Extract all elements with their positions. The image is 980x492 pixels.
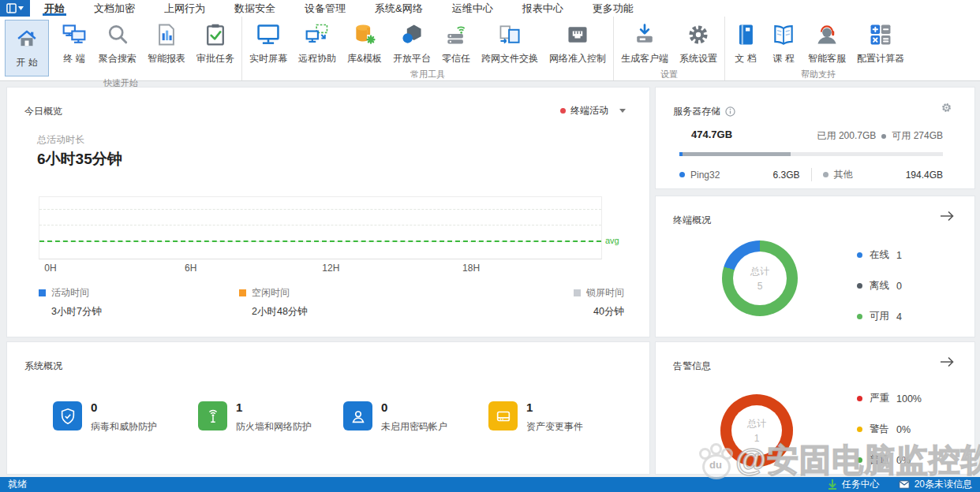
shield-check-icon [53, 401, 82, 430]
tab-system-network[interactable]: 系统&网络 [375, 0, 423, 17]
system-item-count: 0 [91, 401, 157, 413]
panel-title: 系统概况 [24, 360, 62, 373]
terminal-legend: 在线1 离线0 可用4 [857, 248, 967, 341]
legend-item-normal: 普通0% [857, 453, 967, 467]
file-exchange-icon [496, 21, 523, 48]
search-icon [104, 21, 131, 48]
app-window: 开始 文档加密 上网行为 数据安全 设备管理 系统&网络 运维中心 报表中心 更… [0, 0, 980, 492]
ribbon-button-smart-report[interactable]: 智能报表 [142, 19, 191, 68]
ribbon-tab-bar: 开始 文档加密 上网行为 数据安全 设备管理 系统&网络 运维中心 报表中心 更… [0, 0, 980, 17]
legend-dot [857, 457, 862, 463]
status-ready-text: 就绪 [8, 478, 27, 491]
ribbon-button-approval-task[interactable]: 审批任务 [191, 19, 240, 68]
app-menu-button[interactable] [0, 0, 30, 17]
tab-device-management[interactable]: 设备管理 [305, 0, 346, 17]
task-center-button[interactable]: 任务中心 [828, 478, 880, 491]
ribbon-button-library-template[interactable]: 库&模板 [342, 19, 387, 68]
open-platform-icon [398, 21, 425, 48]
system-item-label: 防火墙和网络防护 [236, 420, 312, 434]
account-icon [343, 401, 372, 430]
ribbon-button-label: 聚合搜索 [99, 52, 137, 65]
tab-ops-center[interactable]: 运维中心 [452, 0, 493, 17]
system-item-firewall[interactable]: 1防火墙和网络防护 [198, 401, 343, 434]
terminal-activity-dropdown[interactable]: 终端活动 [560, 104, 626, 117]
storage-total: 474.7GB [691, 129, 732, 140]
donut-center-label: 总计 [747, 417, 766, 430]
ribbon-tabs: 开始 文档加密 上网行为 数据安全 设备管理 系统&网络 运维中心 报表中心 更… [44, 0, 634, 17]
approval-task-icon [202, 21, 229, 48]
home-icon [13, 25, 40, 52]
ribbon-button-network-access[interactable]: 网络准入控制 [544, 19, 612, 68]
realtime-screen-icon [255, 21, 282, 48]
legend-item-warning: 警告0% [857, 423, 967, 436]
ribbon-button-generate-client[interactable]: 生成客户端 [615, 19, 674, 68]
system-item-virus-protection[interactable]: 0病毒和威胁防护 [53, 401, 198, 434]
legend-label: 空闲时间 [252, 286, 290, 300]
ribbon-button-smart-service[interactable]: 智能客服 [802, 19, 851, 68]
panel-system-overview: 系统概况 0病毒和威胁防护 1防火墙和网络防护 0未启用密码帐户 [6, 341, 650, 475]
blue-dot-icon [679, 172, 685, 177]
system-item-password-account[interactable]: 0未启用密码帐户 [343, 401, 488, 434]
system-item-label: 未启用密码帐户 [381, 420, 447, 434]
smart-service-icon [814, 21, 840, 48]
legend-item-active: 活动时间 3小时7分钟 [39, 286, 231, 319]
ribbon-button-course[interactable]: 课 程 [765, 19, 802, 68]
storage-item-ping32: Ping32 6.3GB [679, 168, 800, 181]
terminals-icon [61, 21, 88, 48]
panel-title: 今日概览 [24, 105, 62, 118]
donut-center-value: 5 [757, 281, 763, 292]
terminal-donut-chart: 总计 5 [722, 240, 798, 316]
ribbon-button-zero-trust[interactable]: 零信任 [436, 19, 476, 68]
system-item-asset-change[interactable]: 1资产变更事件 [488, 401, 634, 434]
arrow-right-icon[interactable] [940, 211, 954, 225]
gray-dot-icon [823, 172, 829, 177]
ribbon-group-quick-start: 开 始 终 端 聚合搜索 [0, 17, 242, 80]
tab-web-behavior[interactable]: 上网行为 [164, 0, 205, 17]
app-logo-icon [6, 3, 17, 13]
ribbon-button-terminals[interactable]: 终 端 [55, 19, 93, 68]
config-calculator-icon [867, 21, 894, 48]
storage-settings-gear-icon[interactable] [941, 102, 952, 117]
tab-report-center[interactable]: 报表中心 [522, 0, 563, 17]
storage-item-name: 其他 [834, 168, 853, 181]
ribbon-button-aggregate-search[interactable]: 聚合搜索 [93, 19, 142, 68]
arrow-right-icon[interactable] [940, 356, 954, 371]
ribbon-button-realtime-screen[interactable]: 实时屏幕 [244, 19, 293, 68]
chart-legend: 活动时间 3小时7分钟 空闲时间 2小时48分钟 锁屏时间 40分钟 [39, 286, 626, 319]
network-access-icon [564, 21, 591, 48]
ribbon-button-config-calculator[interactable]: 配置计算器 [851, 19, 910, 68]
storage-item-name: Ping32 [690, 170, 720, 181]
system-item-count: 0 [381, 401, 447, 413]
ribbon-button-label: 库&模板 [347, 52, 382, 65]
legend-dot [857, 314, 862, 319]
ribbon-button-label: 文 档 [735, 52, 756, 65]
storage-breakdown: Ping32 6.3GB 其他 194.4GB [679, 168, 943, 181]
ribbon-button-open-platform[interactable]: 开放平台 [387, 19, 436, 68]
info-icon[interactable] [725, 106, 735, 117]
library-template-icon [351, 21, 378, 48]
download-arrow-icon [828, 479, 837, 490]
storage-used-label: 已用 200.7GB [817, 129, 877, 143]
ribbon-group-label: 帮助支持 [727, 68, 910, 84]
legend-label: 可用 [870, 310, 889, 323]
tab-home[interactable]: 开始 [44, 0, 65, 17]
remote-assist-icon [304, 21, 331, 48]
ribbon-button-docs[interactable]: 文 档 [727, 19, 765, 68]
task-center-label: 任务中心 [842, 478, 880, 491]
legend-value: 3小时7分钟 [51, 305, 231, 319]
unread-messages-button[interactable]: 20条未读信息 [899, 478, 972, 491]
storage-item-other: 其他 194.4GB [823, 168, 944, 181]
system-item-label: 病毒和威胁防护 [91, 420, 157, 434]
panel-terminal-overview: 终端概况 总计 5 在线1 离线0 可用4 [655, 196, 975, 337]
tab-more-features[interactable]: 更多功能 [593, 0, 634, 17]
ribbon-button-remote-assist[interactable]: 远程协助 [293, 19, 342, 68]
ribbon-button-system-settings[interactable]: 系统设置 [674, 19, 723, 68]
ribbon-button-file-exchange[interactable]: 跨网文件交换 [476, 19, 544, 68]
legend-value: 0% [896, 424, 911, 435]
tab-doc-encryption[interactable]: 文档加密 [94, 0, 135, 17]
tab-data-security[interactable]: 数据安全 [234, 0, 275, 17]
ribbon-button-home[interactable]: 开 始 [5, 20, 49, 76]
chart-x-axis: 0H6H12H18H [39, 263, 600, 275]
legend-value: 4 [896, 311, 902, 322]
ribbon-button-label: 智能客服 [808, 52, 846, 65]
